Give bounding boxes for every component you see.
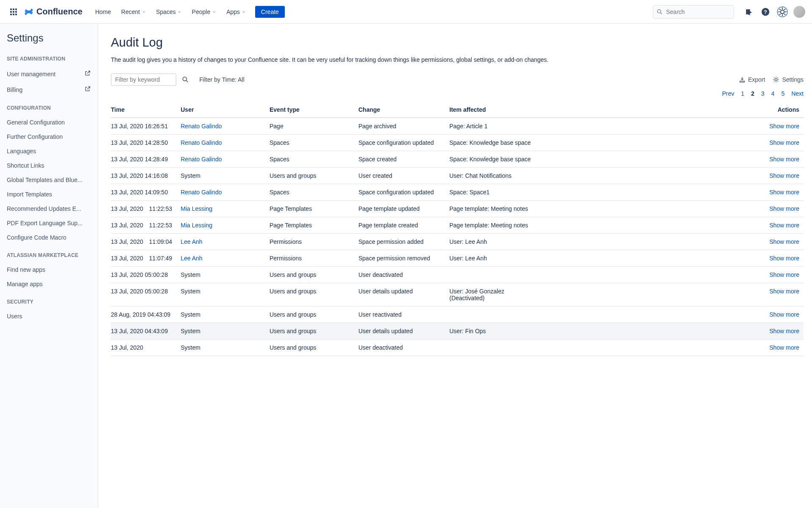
nav-people[interactable]: People [187,6,220,18]
sidebar-item[interactable]: Billing [7,82,91,97]
table-row: 28 Aug, 2019 04:43:09SystemUsers and gro… [111,306,804,323]
brand-logo[interactable]: Confluence [24,7,83,17]
pagination-next[interactable]: Next [791,90,804,97]
cell-user[interactable]: Mia Lessing [181,201,270,217]
show-more-link[interactable]: Show more [540,283,804,306]
pagination-page[interactable]: 4 [771,90,775,97]
toolbar: Filter by Time: All Export Settings [111,73,804,86]
help-icon[interactable]: ? [760,6,771,18]
sidebar-title: Settings [7,32,91,44]
cell-user: System [181,283,270,306]
cell-event: Users and groups [270,340,358,356]
table-row: 13 Jul, 2020 14:28:49Renato GalindoSpace… [111,151,804,168]
sidebar-item-label: Shortcut Links [7,162,44,169]
show-more-link[interactable]: Show more [540,201,804,217]
sidebar-item[interactable]: Users [7,309,91,323]
filter-keyword-input[interactable] [111,73,176,86]
table-row: 13 Jul, 2020 14:28:50Renato GalindoSpace… [111,135,804,151]
search-box [653,5,734,19]
sidebar-item[interactable]: Further Configuration [7,130,91,144]
top-icons: ? [743,6,805,18]
nav-apps[interactable]: Apps [222,6,250,18]
show-more-link[interactable]: Show more [540,306,804,323]
cell-user[interactable]: Lee Anh [181,234,270,250]
show-more-link[interactable]: Show more [540,267,804,283]
cell-item: User: Lee Anh [449,250,540,267]
th-change: Change [358,102,449,118]
cell-user[interactable]: Renato Galindo [181,184,270,201]
cell-time: 13 Jul, 2020 04:43:09 [111,323,181,340]
sidebar-item[interactable]: Languages [7,144,91,158]
filter-search-icon[interactable] [182,76,189,83]
app-switcher-icon[interactable] [7,5,20,19]
cell-time: 13 Jul, 202011:22:53 [111,217,181,234]
cell-user[interactable]: Renato Galindo [181,151,270,168]
sidebar-item[interactable]: Import Templates [7,187,91,202]
sidebar-item[interactable]: Global Templates and Blue... [7,173,91,187]
table-row: 13 Jul, 2020 05:00:28SystemUsers and gro… [111,283,804,306]
sidebar: Settings SITE ADMINISTRATIONUser managem… [0,24,98,508]
show-more-link[interactable]: Show more [540,168,804,184]
time-filter[interactable]: Filter by Time: All [199,76,245,83]
pagination-page[interactable]: 1 [741,90,744,97]
sidebar-item-label: General Configuration [7,119,65,126]
sidebar-group-header: ATLASSIAN MARKETPLACE [7,252,91,258]
search-input[interactable] [653,5,734,19]
pagination-prev[interactable]: Prev [722,90,734,97]
settings-icon[interactable] [776,6,788,18]
show-more-link[interactable]: Show more [540,118,804,135]
th-time: Time [111,102,181,118]
cell-change: Space created [358,151,449,168]
notifications-icon[interactable] [743,6,754,18]
pagination-page[interactable]: 5 [781,90,784,97]
sidebar-group-header: SITE ADMINISTRATION [7,56,91,62]
sidebar-item[interactable]: Shortcut Links [7,158,91,173]
cell-item: Space: Knowledge base space [449,135,540,151]
show-more-link[interactable]: Show more [540,151,804,168]
export-button[interactable]: Export [739,76,765,83]
cell-event: Permissions [270,250,358,267]
table-row: 13 Jul, 2020 05:00:28SystemUsers and gro… [111,267,804,283]
cell-change: Space permission removed [358,250,449,267]
sidebar-item-label: Manage apps [7,281,43,287]
nav-spaces[interactable]: Spaces [152,6,186,18]
sidebar-item[interactable]: General Configuration [7,115,91,130]
settings-button[interactable]: Settings [773,76,804,83]
sidebar-item[interactable]: Find new apps [7,262,91,277]
cell-item: Space: Space1 [449,184,540,201]
show-more-link[interactable]: Show more [540,217,804,234]
sidebar-item[interactable]: Configure Code Macro [7,230,91,245]
external-link-icon [84,70,91,78]
nav-recent[interactable]: Recent [117,6,150,18]
gear-icon [773,76,779,83]
sidebar-item[interactable]: User management [7,66,91,82]
cell-user[interactable]: Lee Anh [181,250,270,267]
sidebar-item[interactable]: PDF Export Language Sup... [7,216,91,230]
nav-links: Home Recent Spaces People Apps Create [91,6,285,18]
cell-time: 13 Jul, 2020 05:00:28 [111,283,181,306]
nav-home[interactable]: Home [91,6,115,18]
chevron-down-icon [212,10,216,14]
pagination-page[interactable]: 3 [761,90,765,97]
sidebar-item-label: Users [7,313,22,320]
cell-user[interactable]: Renato Galindo [181,118,270,135]
show-more-link[interactable]: Show more [540,323,804,340]
show-more-link[interactable]: Show more [540,340,804,356]
pagination-page[interactable]: 2 [751,90,754,97]
sidebar-item[interactable]: Recommended Updates E... [7,202,91,216]
brand-name: Confluence [36,7,83,17]
sidebar-item[interactable]: Manage apps [7,277,91,291]
user-avatar[interactable] [793,6,805,18]
show-more-link[interactable]: Show more [540,250,804,267]
create-button[interactable]: Create [255,6,285,18]
show-more-link[interactable]: Show more [540,234,804,250]
show-more-link[interactable]: Show more [540,135,804,151]
cell-user[interactable]: Mia Lessing [181,217,270,234]
cell-user: System [181,323,270,340]
cell-time: 13 Jul, 2020 14:28:49 [111,151,181,168]
show-more-link[interactable]: Show more [540,184,804,201]
cell-user: System [181,306,270,323]
cell-user[interactable]: Renato Galindo [181,135,270,151]
search-icon [656,8,663,15]
svg-point-0 [658,9,661,13]
